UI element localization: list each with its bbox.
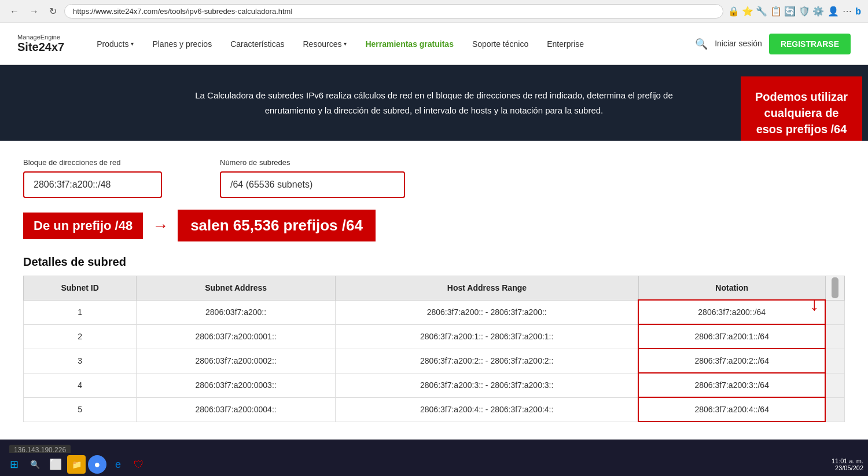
soporte-label: Soporte técnico [472,39,528,49]
form-section: Bloque de direcciones de red Número de s… [23,158,845,198]
site-nav: ManageEngine Site24x7 Products ▾ Planes … [0,23,868,65]
register-button[interactable]: REGISTRARSE [769,34,851,54]
cell-notation: 2806:3f7:a200::/64 [638,300,825,324]
forward-button[interactable]: → [27,5,42,18]
cell-notation: 2806:3f7:a200:1::/64 [638,324,825,349]
cell-host-range: 2806:3f7:a200:3:: - 2806:3f7:a200:3:: [335,373,638,397]
manage-engine-label: ManageEngine [17,34,60,41]
result-annotation: salen 65,536 prefijos /64 [178,210,376,241]
arrow-down-icon: ↓ [810,294,819,315]
products-chevron: ▾ [131,41,134,47]
login-button[interactable]: Iniciar sesión [715,39,762,49]
block-label: Bloque de direcciones de red [23,158,162,167]
back-button[interactable]: ← [7,5,22,18]
table-row: 42806:03f7:a200:0003::2806:3f7:a200:3:: … [24,373,845,397]
cell-host-range: 2806:3f7:a200:1:: - 2806:3f7:a200:1:: [335,324,638,349]
brand-manage-engine: ManageEngine [17,34,64,41]
nav-planes[interactable]: Planes y precios [143,23,221,65]
cell-notation: 2806:3f7:a200:3::/64 [638,373,825,397]
search-icon[interactable]: 🔍 [695,38,708,50]
table-row: 52806:03f7:a200:0004::2806:3f7:a200:4:: … [24,397,845,422]
col-header-subnet-id: Subnet ID [24,276,137,301]
cell-notation: 2806:3f7:a200:4::/64 [638,397,825,422]
taskbar-search[interactable]: 🔍 [25,455,44,460]
table-row: 22806:03f7:a200:0001::2806:3f7:a200:1:: … [24,324,845,349]
cell-host-range: 2806:3f7:a200:2:: - 2806:3f7:a200:2:: [335,349,638,373]
subnets-input[interactable] [220,171,405,198]
hero-description: La Calculadora de subredes IPv6 realiza … [174,88,694,118]
taskbar-file-explorer[interactable]: 📁 [67,455,86,460]
block-input[interactable] [23,171,162,198]
cell-subnet-id: 5 [24,397,137,422]
refresh-button[interactable]: ↻ [46,5,60,18]
col-header-subnet-address: Subnet Address [137,276,336,301]
edge-icon: b [855,6,861,17]
cell-scrollbar-space [825,373,845,397]
block-form-group: Bloque de direcciones de red [23,158,162,198]
nav-links: Products ▾ Planes y precios Característi… [87,23,695,65]
extension-icons: 🔒 ⭐ 🔧 📋 🔄 🛡️ ⚙️ [728,6,825,17]
table-header-row: Subnet ID Subnet Address Host Address Ra… [24,276,845,301]
nav-herramientas[interactable]: Herramientas gratuitas [356,23,463,65]
url-bar[interactable] [64,4,723,19]
nav-resources[interactable]: Resources ▾ [294,23,356,65]
taskbar-task-view[interactable]: ⬜ [46,455,65,460]
cell-subnet-id: 4 [24,373,137,397]
nav-right: 🔍 Iniciar sesión REGISTRARSE [695,34,851,54]
taskbar: ⊞ 🔍 ⬜ 📁 ● e 🛡 11:01 a. m. 23/05/202 [0,453,868,460]
browser-bar: ← → ↻ 🔒 ⭐ 🔧 📋 🔄 🛡️ ⚙️ 👤 ⋯ b [0,0,868,23]
subnet-table: Subnet ID Subnet Address Host Address Ra… [23,276,845,422]
cell-subnet-address: 2806:03f7:a200:0001:: [137,324,336,349]
cell-subnet-id: 3 [24,349,137,373]
scrollbar-thumb[interactable] [832,277,838,298]
cell-host-range: 2806:3f7:a200:4:: - 2806:3f7:a200:4:: [335,397,638,422]
cell-subnet-id: 1 [24,300,137,324]
annotation-arrow: → [152,217,168,235]
subnets-form-group: Número de subredes [220,158,405,198]
taskbar-time: 11:01 a. m. 23/05/202 [832,457,863,460]
col-header-host-range: Host Address Range [335,276,638,301]
col-header-notation: Notation ↓ [638,276,825,301]
profile-icon: 👤 [827,6,839,17]
annotation-row: De un prefijo /48 → salen 65,536 prefijo… [23,210,845,241]
herramientas-label: Herramientas gratuitas [365,39,454,49]
prefix-annotation: De un prefijo /48 [23,213,143,239]
hero-section: La Calculadora de subredes IPv6 realiza … [0,65,868,141]
nav-products[interactable]: Products ▾ [87,23,143,65]
products-label: Products [97,39,128,49]
menu-icon: ⋯ [843,6,852,17]
cell-subnet-address: 2806:03f7:a200:0002:: [137,349,336,373]
col-header-scrollbar [825,276,845,301]
taskbar-chrome[interactable]: ● [88,455,106,460]
table-wrapper: Subnet ID Subnet Address Host Address Ra… [23,276,845,422]
nav-caracteristicas[interactable]: Características [221,23,293,65]
cell-subnet-address: 2806:03f7:a200:0003:: [137,373,336,397]
brand-site24x7: Site24x7 [17,41,64,54]
cell-scrollbar-space [825,324,845,349]
resources-label: Resources [303,39,342,49]
taskbar-clock: 11:01 a. m. [832,457,863,460]
cell-subnet-address: 2806:03f7:a200:0004:: [137,397,336,422]
caracteristicas-label: Características [230,39,284,49]
cell-subnet-address: 2806:03f7:a200:: [137,300,336,324]
resources-chevron: ▾ [344,41,347,47]
table-row: 32806:03f7:a200:0002::2806:3f7:a200:2:: … [24,349,845,373]
main-content: Bloque de direcciones de red Número de s… [0,141,868,440]
windows-button[interactable]: ⊞ [5,455,23,460]
cell-scrollbar-space [825,397,845,422]
nav-enterprise[interactable]: Enterprise [538,23,593,65]
planes-label: Planes y precios [152,39,212,49]
login-label: Iniciar sesión [715,39,762,48]
nav-soporte[interactable]: Soporte técnico [463,23,538,65]
taskbar-shield[interactable]: 🛡 [130,455,148,460]
section-title: Detalles de subred [23,255,845,269]
taskbar-edge[interactable]: e [109,455,127,460]
table-row: 12806:03f7:a200::2806:3f7:a200:: - 2806:… [24,300,845,324]
enterprise-label: Enterprise [547,39,584,49]
brand-logo[interactable]: ManageEngine Site24x7 [17,34,64,54]
cell-scrollbar-space [825,349,845,373]
cell-host-range: 2806:3f7:a200:: - 2806:3f7:a200:: [335,300,638,324]
browser-toolbar-icons: 🔒 ⭐ 🔧 📋 🔄 🛡️ ⚙️ 👤 ⋯ b [728,6,861,17]
cell-subnet-id: 2 [24,324,137,349]
cell-notation: 2806:3f7:a200:2::/64 [638,349,825,373]
